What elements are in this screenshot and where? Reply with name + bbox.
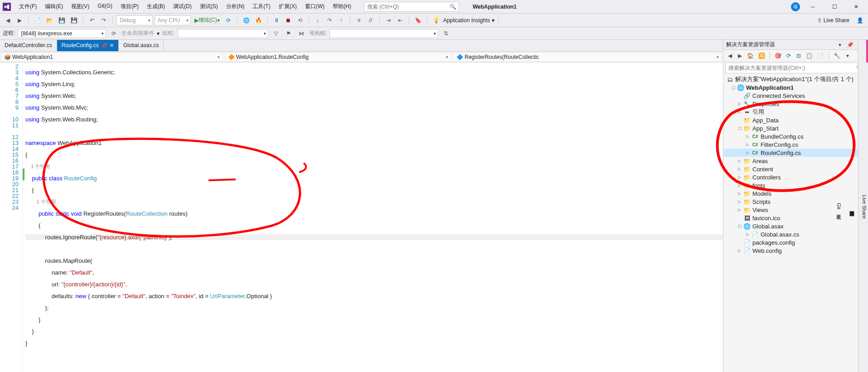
se-copy-icon[interactable]: 📄 (815, 51, 826, 60)
tree-favicon[interactable]: 🖼favicon.ico (723, 214, 868, 222)
tree-models[interactable]: ▷📁Models (723, 189, 868, 198)
tree-scripts[interactable]: ▷📁Scripts (723, 198, 868, 206)
tree-global-cs[interactable]: ▷📄Global.asax.cs (723, 230, 868, 238)
flag-icon[interactable]: ⚑ (284, 29, 294, 39)
menu-build[interactable]: 生成(B) (143, 1, 169, 12)
outdent-icon[interactable]: ⇤ (395, 15, 405, 25)
stack-nav-icon[interactable]: ⇅ (441, 29, 451, 39)
close-icon[interactable]: ✕ (110, 43, 114, 48)
undo-icon[interactable]: ↶ (87, 15, 97, 25)
tree-webconfig[interactable]: ▷📄Web.config (723, 246, 868, 255)
format-icon[interactable]: ≡ (354, 15, 364, 25)
step-out-icon[interactable]: ↑ (336, 15, 346, 25)
lifecycle-icon[interactable]: ⟳ (109, 29, 119, 39)
minimize-button[interactable]: ─ (804, 0, 822, 13)
comment-icon[interactable]: // (366, 15, 376, 25)
tab-route-config[interactable]: RouteConfig.cs📌✕ (57, 40, 119, 51)
menu-help[interactable]: 帮助(H) (329, 1, 355, 12)
se-back-icon[interactable]: ◀ (725, 51, 734, 60)
tree-views[interactable]: ▷📁Views (723, 206, 868, 214)
tree-appstart[interactable]: ▢📁App_Start (723, 124, 868, 132)
tab-global-asax[interactable]: Global.asax.cs (119, 40, 164, 51)
pause-icon[interactable]: ⏸ (272, 15, 281, 25)
insights-icon[interactable]: 💡 (431, 15, 441, 25)
code-editor[interactable]: 23456789 1011 12131415161718192021222324… (0, 63, 723, 372)
bookmark-icon[interactable]: 🔖 (413, 15, 423, 25)
tree-bundle[interactable]: ▷C#BundleConfig.cs (723, 132, 868, 140)
scope-combo[interactable]: 📦WebApplication1 (1, 52, 223, 62)
browser-link-icon[interactable]: 🌐 (241, 15, 252, 25)
code-text[interactable]: using System.Collections.Generic; using … (23, 63, 723, 372)
thread-combo[interactable] (178, 29, 268, 38)
se-dropdown-icon[interactable]: ▾ (835, 40, 845, 50)
hot-reload-icon[interactable]: 🔥 (253, 15, 264, 25)
tree-properties[interactable]: ▷🔧Properties (723, 100, 868, 108)
se-forward-icon[interactable]: ▶ (735, 51, 744, 60)
stackframe-combo[interactable] (330, 29, 438, 38)
menu-window[interactable]: 窗口(W) (301, 1, 328, 12)
save-all-icon[interactable]: 💾 (69, 15, 79, 25)
search-input[interactable] (367, 4, 450, 10)
rail-git-changes[interactable]: Git 更改 (834, 199, 843, 214)
save-icon[interactable]: 💾 (57, 15, 67, 25)
continue-button[interactable]: ▶ 继续(C) ▾ (193, 15, 222, 25)
threads-icon[interactable]: ⋈ (296, 29, 306, 39)
se-showall-icon[interactable]: 📋 (804, 51, 815, 60)
new-project-icon[interactable]: 📄 (32, 15, 43, 25)
se-preview-icon[interactable]: ▾ (843, 51, 852, 60)
tree-fonts[interactable]: ▷📁fonts (723, 181, 868, 189)
filter-icon[interactable]: ▽ (271, 29, 281, 39)
se-pin-icon[interactable]: 📌 (845, 40, 855, 50)
quick-launch[interactable]: 🔍 (364, 2, 459, 12)
refresh-icon[interactable]: ⟳ (223, 15, 233, 25)
config-combo[interactable]: Debug (116, 15, 153, 25)
tree-route[interactable]: ▷C#RouteConfig.cs (723, 149, 868, 157)
insights-label[interactable]: Application Insights (443, 17, 490, 24)
tree-content[interactable]: ▷📁Content (723, 165, 868, 173)
step-over-icon[interactable]: ↷ (325, 15, 335, 25)
live-share-button[interactable]: ⇪ Live Share (814, 17, 853, 24)
step-into-icon[interactable]: ↓ (313, 15, 323, 25)
feedback-icon[interactable]: 👤 (855, 15, 865, 25)
se-refresh-icon[interactable]: ⟳ (784, 51, 793, 60)
rail-solution-explorer[interactable]: 解决方案资源管理器 (848, 203, 856, 211)
process-combo[interactable]: [8648] iisexpress.exe (18, 29, 106, 38)
menu-edit[interactable]: 编辑(E) (41, 1, 67, 12)
close-button[interactable]: ✕ (847, 0, 865, 13)
tab-default-controller[interactable]: DefaultController.cs (0, 40, 57, 51)
member-combo[interactable]: 🔷RegisterRoutes(RouteCollectic (453, 52, 722, 62)
open-icon[interactable]: 📂 (44, 15, 55, 25)
se-collapse-icon[interactable]: ⊟ (794, 51, 803, 60)
user-badge[interactable]: 瑞 (791, 2, 800, 11)
se-sync-icon[interactable]: 🎯 (773, 51, 783, 60)
menu-git[interactable]: Git(G) (94, 1, 116, 12)
se-search-input[interactable] (728, 65, 856, 71)
tree-appdata[interactable]: 📁App_Data (723, 116, 868, 124)
menu-test[interactable]: 测试(S) (196, 1, 222, 12)
menu-file[interactable]: 文件(F) (15, 1, 40, 12)
rail-live-share[interactable]: Live Share (861, 191, 868, 222)
menu-extensions[interactable]: 扩展(X) (275, 1, 301, 12)
se-home-icon[interactable]: 🏠 (745, 51, 756, 60)
indent-icon[interactable]: ⇥ (383, 15, 393, 25)
tree-solution[interactable]: 🗂解决方案"WebApplication1"(1 个项目/共 1 个) (723, 75, 868, 83)
solution-tree[interactable]: 🗂解决方案"WebApplication1"(1 个项目/共 1 个) ▢🌐We… (723, 74, 868, 372)
menu-project[interactable]: 项目(P) (117, 1, 142, 12)
menu-view[interactable]: 视图(V) (68, 1, 93, 12)
back-button[interactable]: ◀ (3, 15, 13, 25)
se-switch-icon[interactable]: 🔀 (756, 51, 767, 60)
tree-global[interactable]: ▢🌐Global.asax (723, 222, 868, 230)
tree-connected[interactable]: 🔗Connected Services (723, 92, 868, 100)
tree-packages[interactable]: 📄packages.config (723, 238, 868, 246)
forward-button[interactable]: ▶ (15, 15, 24, 25)
restart-icon[interactable]: ⟲ (295, 15, 305, 25)
maximize-button[interactable]: ☐ (825, 0, 844, 13)
platform-combo[interactable]: Any CPU (155, 15, 191, 25)
pin-icon[interactable]: 📌 (102, 43, 107, 48)
tree-references[interactable]: ▷▪▪引用 (723, 108, 868, 116)
menu-tools[interactable]: 工具(T) (249, 1, 274, 12)
menu-debug[interactable]: 调试(D) (170, 1, 195, 12)
tree-areas[interactable]: ▷📁Areas (723, 157, 868, 165)
se-properties-icon[interactable]: 🔧 (832, 51, 842, 60)
tree-filter[interactable]: ▷C#FilterConfig.cs (723, 140, 868, 149)
